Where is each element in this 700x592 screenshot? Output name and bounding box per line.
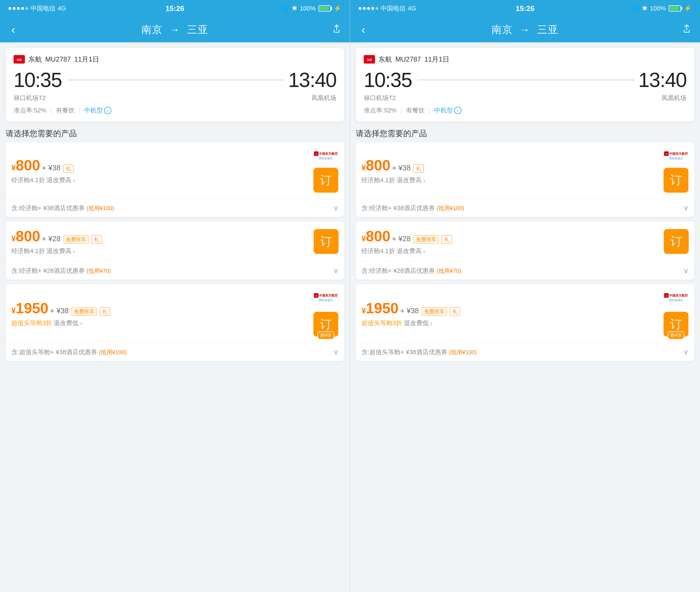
signal-dot (359, 7, 362, 10)
cabin-class: 经济舱4.1折 (362, 176, 395, 185)
price-main: ¥800 (11, 228, 40, 245)
airline-badge: 东 中国东方航空 携程旅威店 (313, 149, 338, 163)
yen-symbol: ¥ (11, 306, 16, 315)
price-extra: + ¥28 (392, 235, 411, 243)
refund-policy: 退改费高 (397, 176, 422, 185)
back-button[interactable]: ‹ (8, 20, 18, 39)
meta-separator: | (50, 107, 52, 114)
expand-chevron[interactable]: ∨ (683, 204, 689, 212)
price-extra: + ¥28 (42, 235, 60, 243)
expand-chevron[interactable]: ∨ (333, 266, 338, 275)
order-button[interactable]: 订 (314, 229, 338, 254)
panel-right: 中国电信 4G 15:26 🌐 ✱ 100% ⚡ ‹ 南京 → 三亚 (350, 0, 700, 592)
status-bar: 中国电信 4G 15:26 🌐 ✱ 100% ⚡ (0, 0, 350, 17)
more-arrow[interactable]: › (80, 320, 82, 327)
product-footer: 含:超值头等舱+ ¥38酒店优惠券 (抵用¥100) ∨ (6, 343, 344, 361)
price-row: ¥800 + ¥38 礼 (11, 157, 313, 174)
airports-row: 禄口机场T2 凤凰机场 (364, 94, 687, 102)
airline-name: 东航 (378, 55, 392, 64)
order-button[interactable]: 订 (663, 168, 688, 193)
product-card-0: ¥800 + ¥38 礼 经济舱4.1折 退改费高 › 东 (6, 142, 344, 217)
yen-symbol: ¥ (362, 163, 366, 172)
order-button[interactable]: 订 剩4张 (313, 312, 338, 337)
more-arrow[interactable]: › (73, 248, 75, 254)
airline-name: 东航 (28, 55, 42, 64)
more-arrow[interactable]: › (423, 248, 425, 254)
back-button[interactable]: ‹ (359, 20, 368, 39)
flight-date: 11月1日 (424, 55, 449, 64)
status-right: 🌐 ✱ 100% ⚡ (230, 5, 341, 12)
expand-chevron[interactable]: ∨ (333, 348, 338, 356)
more-arrow[interactable]: › (430, 320, 432, 327)
product-card-0: ¥800 + ¥38 礼 经济舱4.1折 退改费高 › 东 (356, 142, 694, 217)
arrive-airport: 凤凰机场 (662, 94, 687, 102)
order-button[interactable]: 订 (664, 229, 689, 254)
on-time-rate: 准点率:52% (364, 106, 396, 115)
order-button[interactable]: 订 (313, 168, 338, 193)
more-arrow[interactable]: › (73, 177, 75, 184)
order-button[interactable]: 订 剩4张 (663, 312, 688, 337)
footer-sub-text: (抵用¥100) (87, 205, 114, 211)
more-arrow[interactable]: › (423, 177, 425, 184)
expand-chevron[interactable]: ∨ (683, 348, 689, 356)
yen-symbol: ¥ (362, 234, 366, 243)
footer-sub-text: (抵用¥100) (436, 205, 464, 211)
carrier-label: 中国电信 (31, 4, 55, 13)
charging-icon: ⚡ (334, 5, 341, 12)
signal-dot (26, 7, 28, 10)
product-info: ¥1950 + ¥38 免费班车礼 超值头等舱3折 退改费低 › (11, 300, 313, 327)
cabin-class: 超值头等舱3折 (362, 319, 402, 327)
price-main: ¥800 (11, 157, 40, 174)
footer-text: 含:经济舱+ ¥28酒店优惠券 (抵用¥70) (11, 266, 111, 275)
price-row: ¥1950 + ¥38 免费班车礼 (11, 300, 313, 316)
footer-text: 含:经济舱+ ¥38酒店优惠券 (抵用¥100) (11, 204, 114, 212)
share-button[interactable] (332, 24, 341, 36)
order-btn-label: 订 (320, 172, 332, 188)
order-btn-label: 订 (320, 234, 332, 249)
footer-main-text: 含:经济舱+ ¥28酒店优惠券 (362, 267, 435, 274)
product-right: 订 (664, 229, 689, 254)
price-extra: + ¥38 (42, 163, 60, 172)
cabin-info: 经济舱4.1折 退改费高 › (362, 176, 663, 185)
airline-logo: 东航 (13, 55, 25, 63)
footer-sub-text: (抵用¥70) (436, 268, 461, 274)
depart-airport: 禄口机场T2 (13, 94, 46, 102)
svg-text:东: 东 (315, 153, 317, 155)
expand-chevron[interactable]: ∨ (333, 204, 338, 212)
remaining-badge: 剩4张 (667, 331, 685, 340)
nav-title: 南京 → 三亚 (368, 23, 682, 37)
signal-dot (367, 7, 370, 10)
charging-icon: ⚡ (684, 5, 692, 12)
price-main: ¥800 (362, 228, 390, 245)
cabin-info: 经济舱4.1折 退改费高 › (11, 247, 314, 255)
product-card-2: ¥1950 + ¥38 免费班车礼 超值头等舱3折 退改费低 › (356, 284, 694, 361)
section-title: 请选择您需要的产品 (350, 121, 700, 142)
cabin-class: 经济舱4.1折 (11, 176, 45, 185)
product-footer: 含:经济舱+ ¥38酒店优惠券 (抵用¥100) ∨ (356, 199, 694, 217)
battery-fill (670, 6, 679, 10)
product-footer: 含:超值头等舱+ ¥38酒店优惠券 (抵用¥100) ∨ (356, 343, 694, 361)
price-extra: + ¥38 (50, 306, 69, 315)
arrive-time: 13:40 (638, 68, 687, 92)
cabin-info: 经济舱4.1折 退改费高 › (362, 247, 664, 255)
battery-fill (320, 6, 329, 10)
expand-chevron[interactable]: ∨ (683, 266, 689, 275)
cabin-class: 经济舱4.1折 (362, 247, 395, 255)
signal-dot (371, 7, 374, 10)
aircraft-type-link[interactable]: 中机型 › (84, 106, 111, 115)
price-row: ¥800 + ¥28 免费班车礼 (11, 228, 314, 245)
share-button[interactable] (682, 24, 692, 36)
circle-arrow-icon: › (104, 107, 111, 114)
price-row: ¥1950 + ¥38 免费班车礼 (362, 300, 663, 316)
refund-policy: 退改费低 (54, 319, 79, 327)
order-btn-label: 订 (670, 172, 682, 188)
signal-dots (359, 7, 378, 10)
gift-tag: 礼 (92, 235, 102, 244)
meal-info: 有餐饮 (406, 106, 425, 115)
gift-tag: 礼 (413, 164, 424, 173)
price-main: ¥1950 (362, 300, 399, 316)
price-extra: + ¥38 (400, 306, 419, 315)
aircraft-type-link[interactable]: 中机型 › (434, 106, 462, 115)
order-btn-label: 订 (320, 316, 332, 332)
svg-text:东航: 东航 (17, 58, 22, 61)
